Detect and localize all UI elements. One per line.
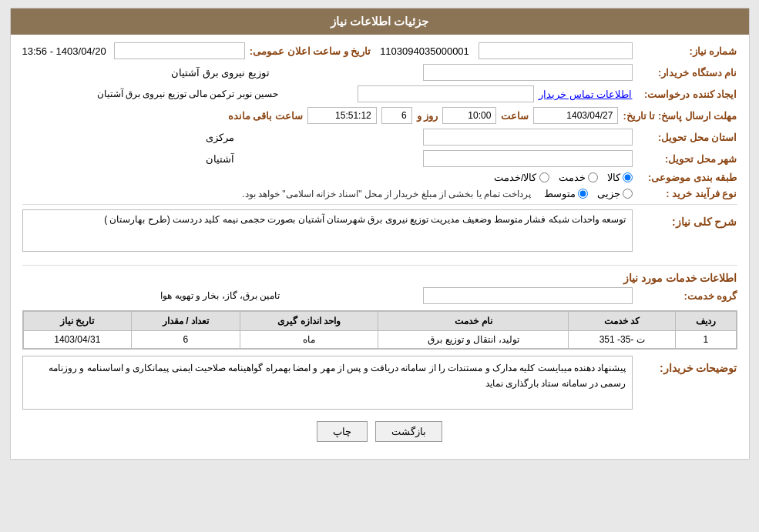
services-table: ردیف کد خدمت نام خدمت واحد اندازه گیری ت… — [23, 311, 737, 349]
service-group-label: گروه خدمت: — [637, 290, 737, 302]
process-row: نوع فرآیند خرید : جزیی متوسط پرداخت تمام… — [22, 188, 737, 199]
buyer-notes-textarea[interactable] — [22, 356, 633, 410]
province-label: استان محل تحویل: — [637, 132, 737, 143]
col-qty: تعداد / مقدار — [132, 312, 240, 331]
service-group-row: گروه خدمت: تامین برق، گاز، بخار و تهویه … — [22, 287, 737, 304]
process-radio-motavasset-label[interactable]: متوسط — [544, 188, 588, 199]
buyer-notes-label: توضیحات خریدار: — [637, 362, 737, 374]
col-name: نام خدمت — [378, 312, 569, 331]
category-radio-khedmat-label[interactable]: خدمت — [559, 172, 598, 183]
back-button[interactable]: بازگشت — [375, 421, 442, 442]
buyer-notes-row: توضیحات خریدار: پیشنهاد دهنده میبایست کل… — [22, 356, 737, 412]
services-section-title: اطلاعات خدمات مورد نیاز — [22, 272, 737, 284]
cell-radif: 1 — [676, 331, 736, 349]
table-header-row: ردیف کد خدمت نام خدمت واحد اندازه گیری ت… — [23, 312, 736, 331]
category-radio-kala-khedmat-label[interactable]: کالا/خدمت — [494, 172, 549, 183]
request-number-row: شماره نیاز: 1103094035000001 تاریخ و ساع… — [22, 42, 737, 59]
process-motavasset-text: متوسط — [544, 188, 576, 199]
description-textarea[interactable] — [22, 209, 633, 252]
cell-unit: ماه — [240, 331, 378, 349]
process-radio-motavasset[interactable] — [578, 189, 588, 199]
process-radio-jozi[interactable] — [623, 189, 633, 199]
province-input[interactable] — [423, 129, 632, 146]
category-radio-kala-khedmat[interactable] — [539, 172, 549, 182]
city-value: آشتیان — [22, 153, 419, 165]
services-table-container: ردیف کد خدمت نام خدمت واحد اندازه گیری ت… — [22, 310, 737, 350]
announce-date-input[interactable] — [114, 42, 245, 59]
print-button[interactable]: چاپ — [317, 421, 368, 442]
button-row: بازگشت چاپ — [22, 421, 737, 442]
deadline-day-label: روز و — [417, 110, 438, 122]
category-radio-khedmat[interactable] — [588, 172, 598, 182]
buyer-org-input[interactable] — [423, 64, 632, 81]
request-number-label: شماره نیاز: — [637, 45, 737, 57]
deadline-remaining-input[interactable] — [307, 107, 377, 124]
process-radio-jozi-label[interactable]: جزیی — [597, 188, 633, 199]
buyer-org-value: توزیع نیروی برق آشتیان — [22, 67, 419, 79]
buyer-org-label: نام دستگاه خریدار: — [637, 67, 737, 79]
city-label: شهر محل تحویل: — [637, 153, 737, 165]
deadline-time-label: ساعت — [501, 110, 529, 122]
category-radio-kala-label[interactable]: کالا — [607, 172, 633, 183]
province-value: مرکزی — [22, 132, 419, 143]
page-title: جزئیات اطلاعات نیاز — [331, 15, 428, 28]
province-row: استان محل تحویل: مرکزی — [22, 129, 737, 146]
creator-row: ایجاد کننده درخواست: اطلاعات تماس خریدار… — [22, 85, 737, 102]
cell-date: 1403/04/31 — [23, 331, 132, 349]
announce-date-value: 1403/04/20 - 13:56 — [22, 45, 106, 57]
service-group-value: تامین برق، گاز، بخار و تهویه هوا — [22, 290, 419, 301]
process-label: نوع فرآیند خرید : — [637, 188, 737, 199]
category-kala-khedmat-text: کالا/خدمت — [494, 172, 537, 183]
request-number-input[interactable] — [479, 42, 633, 59]
content-area: شماره نیاز: 1103094035000001 تاریخ و ساع… — [11, 35, 749, 459]
deadline-row: مهلت ارسال پاسخ: تا تاریخ: ساعت روز و سا… — [22, 107, 737, 124]
category-kala-text: کالا — [607, 172, 620, 183]
city-row: شهر محل تحویل: آشتیان — [22, 150, 737, 167]
category-label: طبقه بندی موضوعی: — [637, 172, 737, 183]
category-radio-kala[interactable] — [623, 172, 633, 182]
table-row: 1 ت -35- 351 تولید، انتقال و توزیع برق م… — [23, 331, 736, 349]
description-row: شرح کلی نیاز: توسعه واحدات شبکه فشار متو… — [22, 209, 737, 260]
process-jozi-text: جزیی — [597, 188, 620, 199]
deadline-label: مهلت ارسال پاسخ: تا تاریخ: — [623, 110, 737, 122]
buyer-notes-wrapper: پیشنهاد دهنده میبایست کلیه مدارک و مستند… — [22, 356, 633, 412]
col-unit: واحد اندازه گیری — [240, 312, 378, 331]
category-row: طبقه بندی موضوعی: کالا خدمت کالا/خدمت — [22, 172, 737, 183]
announce-date-label: تاریخ و ساعت اعلان عمومی: — [250, 45, 371, 57]
creator-link[interactable]: اطلاعات تماس خریدار — [539, 89, 632, 100]
deadline-date-input[interactable] — [533, 107, 618, 124]
city-input[interactable] — [423, 150, 632, 167]
deadline-remaining-label: ساعت باقی مانده — [228, 110, 303, 122]
description-label: شرح کلی نیاز: — [637, 216, 737, 228]
service-group-input[interactable] — [423, 287, 632, 304]
cell-code: ت -35- 351 — [569, 331, 676, 349]
col-code: کد خدمت — [569, 312, 676, 331]
col-radif: ردیف — [676, 312, 736, 331]
col-date: تاریخ نیاز — [23, 312, 132, 331]
deadline-time-input[interactable] — [442, 107, 496, 124]
process-note: پرداخت تمام یا بخشی از مبلغ خریدار از مح… — [242, 189, 531, 199]
creator-input[interactable] — [358, 85, 534, 102]
creator-value: حسین نوبر ترکمن مالی توزیع نیروی برق آشت… — [22, 89, 354, 99]
category-khedmat-text: خدمت — [559, 172, 586, 183]
buyer-org-row: نام دستگاه خریدار: توزیع نیروی برق آشتیا… — [22, 64, 737, 81]
divider-2 — [22, 265, 737, 266]
description-wrapper: توسعه واحدات شبکه فشار متوسط وضعیف مدیری… — [22, 209, 633, 260]
page-container: جزئیات اطلاعات نیاز شماره نیاز: 11030940… — [10, 8, 750, 460]
request-number-value: 1103094035000001 — [375, 45, 473, 57]
divider-1 — [22, 204, 737, 205]
deadline-days-input[interactable] — [381, 107, 412, 124]
category-radio-group: کالا خدمت کالا/خدمت — [494, 172, 633, 183]
page-header: جزئیات اطلاعات نیاز — [11, 8, 749, 35]
cell-name: تولید، انتقال و توزیع برق — [378, 331, 569, 349]
cell-qty: 6 — [132, 331, 240, 349]
creator-label: ایجاد کننده درخواست: — [637, 89, 737, 100]
process-radio-group: جزیی متوسط — [544, 188, 633, 199]
